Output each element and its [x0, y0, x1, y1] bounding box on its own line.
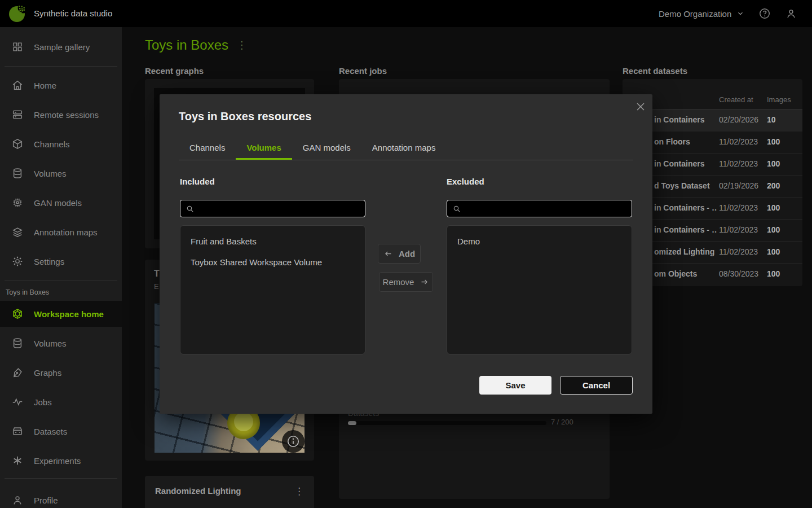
pen-nib-icon	[11, 366, 24, 379]
sidebar-item-workspace-home[interactable]: Workspace home	[0, 301, 122, 327]
sidebar-item-label: Datasets	[34, 427, 67, 436]
column-created-at: Created at	[719, 95, 753, 104]
search-icon	[186, 204, 195, 213]
excluded-search	[447, 200, 632, 217]
tab-gan-models[interactable]: GAN models	[292, 137, 361, 160]
sidebar-item-profile[interactable]: Profile	[0, 488, 122, 508]
card-kebab-icon[interactable]: ⋮	[294, 485, 304, 497]
database-icon	[11, 337, 24, 349]
sidebar-item-label: Remote sessions	[34, 110, 99, 120]
activity-icon	[11, 396, 24, 408]
app-title: Synthetic data studio	[34, 0, 112, 27]
cancel-button[interactable]: Cancel	[560, 376, 633, 395]
column-images: Images	[767, 95, 791, 104]
organization-dropdown[interactable]: Demo Organization	[659, 0, 744, 27]
page-title-kebab-icon[interactable]: ⋮	[237, 40, 247, 51]
server-icon	[11, 108, 24, 121]
recent-datasets-header: Recent datasets	[623, 66, 687, 76]
top-bar: Synthetic data studio Demo Organization	[0, 0, 812, 27]
list-item[interactable]: Toybox Shared Workspace Volume	[180, 252, 365, 273]
remove-button[interactable]: Remove	[379, 272, 433, 292]
sidebar-item-annotation-maps[interactable]: Annotation maps	[0, 220, 122, 244]
job-progress-bar	[348, 421, 546, 425]
database-icon	[11, 167, 24, 179]
included-search-input[interactable]	[197, 201, 362, 216]
sidebar-item-graphs[interactable]: Graphs	[0, 361, 122, 384]
sidebar-item-workspace-volumes[interactable]: Volumes	[0, 331, 122, 355]
included-label: Included	[180, 177, 215, 186]
chevron-down-icon	[736, 10, 744, 17]
close-icon[interactable]	[634, 100, 647, 113]
layers-icon	[11, 226, 24, 238]
list-item[interactable]: Demo	[447, 231, 632, 252]
sidebar-item-channels[interactable]: Channels	[0, 132, 122, 156]
sidebar-item-label: Experiments	[34, 456, 81, 466]
graph-card-title: T	[154, 269, 160, 279]
person-icon	[11, 494, 24, 506]
organization-name: Demo Organization	[659, 9, 731, 19]
sidebar-item-label: Sample gallery	[34, 42, 90, 52]
sidebar-item-sample-gallery[interactable]: Sample gallery	[0, 35, 122, 59]
sidebar-divider	[5, 478, 117, 479]
cube-icon	[11, 138, 24, 150]
list-item[interactable]: Fruit and Baskets	[180, 231, 365, 252]
tab-volumes[interactable]: Volumes	[236, 137, 292, 160]
sidebar-item-volumes[interactable]: Volumes	[0, 161, 122, 185]
sidebar-section-label: Toys in Boxes	[6, 288, 49, 296]
sidebar-item-label: Annotation maps	[34, 227, 98, 237]
sidebar-item-label: Settings	[34, 257, 64, 266]
sidebar-item-settings[interactable]: Settings	[0, 249, 122, 273]
modal-title: Toys in Boxes resources	[179, 110, 311, 123]
arrow-left-icon	[383, 249, 393, 259]
included-search	[180, 200, 365, 217]
excluded-label: Excluded	[447, 177, 484, 186]
included-list: Fruit and Baskets Toybox Shared Workspac…	[180, 225, 365, 354]
sidebar-item-remote-sessions[interactable]: Remote sessions	[0, 103, 122, 126]
sidebar-item-gan-models[interactable]: GAN models	[0, 191, 122, 214]
save-button[interactable]: Save	[479, 376, 551, 395]
asterisk-icon	[11, 454, 24, 467]
resources-modal: Toys in Boxes resources Channels Volumes…	[160, 94, 652, 414]
modal-tabs: Channels Volumes GAN models Annotation m…	[179, 137, 633, 160]
recent-jobs-header: Recent jobs	[339, 66, 387, 76]
graph-card-subtitle: E	[154, 282, 159, 291]
sidebar-item-label: Volumes	[34, 169, 67, 178]
sidebar-item-jobs[interactable]: Jobs	[0, 390, 122, 414]
sidebar-item-label: Channels	[34, 139, 69, 149]
workspace-hexagon-icon	[11, 308, 24, 320]
sidebar-item-datasets[interactable]: Datasets	[0, 419, 122, 443]
recent-graphs-header: Recent graphs	[145, 66, 204, 76]
search-icon	[452, 204, 461, 213]
sidebar-item-label: Volumes	[34, 339, 67, 348]
sidebar-item-label: Workspace home	[34, 309, 104, 319]
job-progress-count: 7 / 200	[551, 418, 573, 426]
sidebar-item-experiments[interactable]: Experiments	[0, 449, 122, 472]
sidebar-divider	[5, 281, 117, 281]
excluded-list: Demo	[447, 225, 632, 354]
page-title: Toys in Boxes ⋮	[145, 37, 247, 53]
graph-card-randomized-lighting[interactable]: Randomized Lighting ⋮	[145, 476, 314, 508]
sidebar-item-label: GAN models	[34, 198, 82, 208]
home-icon	[11, 79, 24, 91]
sidebar-item-label: Home	[34, 81, 56, 90]
profile-icon[interactable]	[785, 7, 797, 20]
help-icon[interactable]	[758, 7, 771, 20]
add-button[interactable]: Add	[378, 244, 421, 264]
job-progress-fill	[348, 421, 356, 425]
sidebar-divider	[5, 66, 117, 67]
info-icon[interactable]	[282, 430, 304, 453]
app-logo-icon[interactable]	[7, 3, 29, 24]
gear-icon	[11, 255, 24, 268]
sidebar-item-home[interactable]: Home	[0, 73, 122, 97]
arrow-right-icon	[420, 277, 429, 287]
sidebar-item-label: Jobs	[34, 397, 52, 407]
excluded-search-input[interactable]	[464, 201, 629, 216]
sidebar-item-label: Profile	[34, 496, 58, 505]
sidebar: Sample gallery Home Remote sessions Chan…	[0, 27, 122, 508]
grid-icon	[11, 41, 24, 53]
tab-channels[interactable]: Channels	[179, 137, 236, 160]
tab-annotation-maps[interactable]: Annotation maps	[361, 137, 447, 160]
sidebar-item-label: Graphs	[34, 368, 61, 378]
chip-icon	[11, 196, 24, 209]
app-window: Synthetic data studio Demo Organization …	[0, 0, 812, 508]
